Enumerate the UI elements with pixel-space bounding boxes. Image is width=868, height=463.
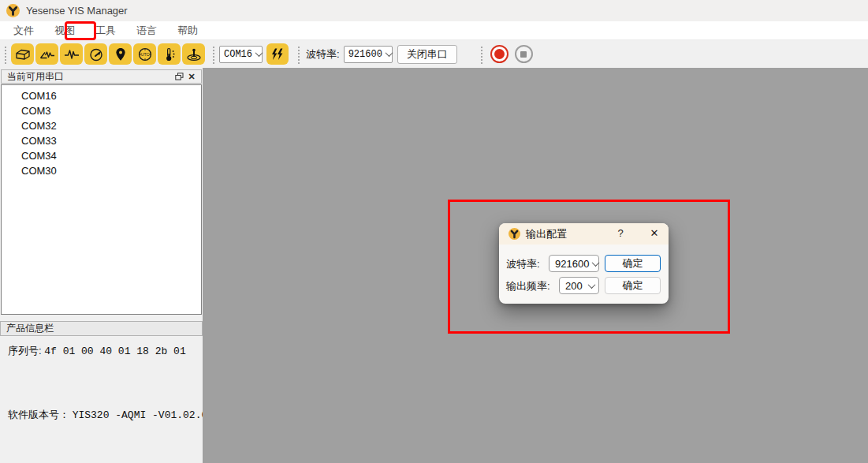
location-button[interactable] [109, 43, 132, 65]
menu-item-tools[interactable]: 工具 [90, 24, 121, 38]
angle-curve-button[interactable] [35, 43, 58, 65]
float-panel-button[interactable] [173, 71, 185, 82]
temperature-button[interactable] [158, 43, 181, 65]
workspace: 输出配置 ? ✕ 波特率: 921600 确定 输出频率: [203, 68, 868, 463]
list-item-port[interactable]: COM30 [2, 163, 201, 178]
view-3d-button[interactable] [11, 43, 34, 65]
app-logo-icon [509, 228, 520, 240]
toolbar-grip[interactable] [211, 45, 214, 64]
info-panel-header: 产品信息栏 [0, 321, 203, 336]
list-item-port[interactable]: COM3 [2, 103, 201, 118]
serial-number-line: 序列号: 4f 01 00 40 01 18 2b 01 [8, 344, 186, 358]
gauge-button[interactable] [84, 43, 107, 65]
close-panel-button[interactable]: ✕ [185, 71, 198, 82]
dialog-body: 波特率: 921600 确定 输出频率: 200 确定 [499, 245, 669, 304]
thermometer-icon [160, 47, 179, 62]
record-button[interactable] [490, 45, 509, 63]
close-serial-port-button[interactable]: 关闭串口 [397, 45, 457, 64]
content-area: 当前可用串口 ✕ COM16 COM3 COM32 COM33 COM34 CO… [0, 68, 868, 463]
menu-item-language[interactable]: 语言 [131, 24, 162, 38]
toolbar-grip[interactable] [3, 45, 6, 64]
toolbar-icon-group: UTC [11, 43, 205, 65]
toolbar-grip[interactable] [296, 45, 300, 64]
close-icon: ✕ [188, 72, 195, 82]
utc-time-button[interactable]: UTC [133, 43, 156, 65]
info-panel-title: 产品信息栏 [6, 322, 54, 335]
baud-rate-label: 波特率: [306, 47, 340, 62]
dialog-help-button[interactable]: ? [614, 227, 627, 239]
float-window-icon [175, 73, 184, 80]
baud-rate-select[interactable]: 921600 [344, 46, 393, 63]
menu-item-help[interactable]: 帮助 [172, 24, 203, 38]
serial-number-value: 4f 01 00 40 01 18 2b 01 [44, 345, 185, 357]
com-port-select[interactable]: COM16 [219, 46, 263, 63]
menu-item-file[interactable]: 文件 [8, 24, 39, 38]
app-window: Yesense YIS Manager 文件 视图 工具 语言 帮助 [0, 0, 868, 463]
record-icon [494, 49, 505, 59]
toolbar: UTC [0, 40, 868, 68]
app-title: Yesense YIS Manager [26, 5, 128, 17]
software-version-value: YIS320 -AQMI -V01.02.03; [73, 409, 220, 421]
software-version-label: 软件版本号： [8, 409, 69, 420]
list-item-port[interactable]: COM33 [2, 133, 201, 148]
stop-icon [520, 51, 527, 58]
baud-rate-row: 波特率: 921600 确定 [499, 255, 669, 272]
list-item-port[interactable]: COM16 [2, 88, 201, 103]
angle-wave-icon [38, 47, 57, 62]
left-dock-panel: 当前可用串口 ✕ COM16 COM3 COM32 COM33 COM34 CO… [0, 68, 203, 463]
dialog-rate-value: 200 [565, 280, 583, 292]
app-logo-icon [6, 4, 20, 17]
stop-button[interactable] [515, 45, 533, 63]
attitude-button[interactable] [182, 43, 205, 65]
pulse-wave-icon [62, 47, 81, 62]
dialog-baud-label: 波特率: [506, 257, 540, 271]
confirm-baud-button[interactable]: 确定 [605, 255, 661, 272]
chevron-down-icon [592, 259, 600, 267]
gauge-icon [87, 47, 106, 62]
utc-clock-icon: UTC [136, 47, 155, 62]
dialog-rate-select[interactable]: 200 [559, 277, 599, 294]
ports-list[interactable]: COM16 COM3 COM32 COM33 COM34 COM30 [1, 84, 202, 315]
dialog-baud-select[interactable]: 921600 [549, 255, 599, 272]
lightning-icon [269, 47, 286, 62]
chevron-down-icon [588, 281, 596, 289]
confirm-rate-button[interactable]: 确定 [605, 277, 661, 294]
ports-panel-title: 当前可用串口 [7, 70, 173, 84]
serial-number-label: 序列号: [8, 345, 42, 357]
location-pin-icon [111, 47, 130, 62]
svg-text:UTC: UTC [140, 52, 149, 57]
output-config-dialog: 输出配置 ? ✕ 波特率: 921600 确定 输出频率: [499, 223, 669, 304]
dialog-title: 输出配置 [526, 227, 567, 241]
dialog-close-button[interactable]: ✕ [647, 227, 661, 239]
com-port-value: COM16 [224, 49, 252, 60]
baud-rate-value: 921600 [348, 49, 382, 60]
dialog-title-bar[interactable]: 输出配置 ? ✕ [499, 223, 669, 245]
dialog-baud-value: 921600 [555, 258, 589, 270]
refresh-ports-button[interactable] [266, 43, 289, 65]
waveform-button[interactable] [60, 43, 83, 65]
cube-3d-icon [13, 47, 32, 62]
list-item-port[interactable]: COM32 [2, 118, 201, 133]
ports-panel-header: 当前可用串口 ✕ [1, 69, 202, 84]
title-bar: Yesense YIS Manager [0, 0, 868, 21]
dialog-rate-label: 输出频率: [506, 279, 550, 293]
chevron-down-icon [385, 49, 393, 57]
menu-bar: 文件 视图 工具 语言 帮助 [0, 21, 868, 40]
software-version-line: 软件版本号： YIS320 -AQMI -V01.02.03; [8, 408, 220, 422]
chevron-down-icon [255, 49, 263, 57]
output-rate-row: 输出频率: 200 确定 [499, 277, 669, 294]
menu-item-view[interactable]: 视图 [49, 24, 80, 38]
list-item-port[interactable]: COM34 [2, 148, 201, 163]
attitude-icon [184, 47, 203, 62]
toolbar-grip[interactable] [479, 45, 482, 64]
